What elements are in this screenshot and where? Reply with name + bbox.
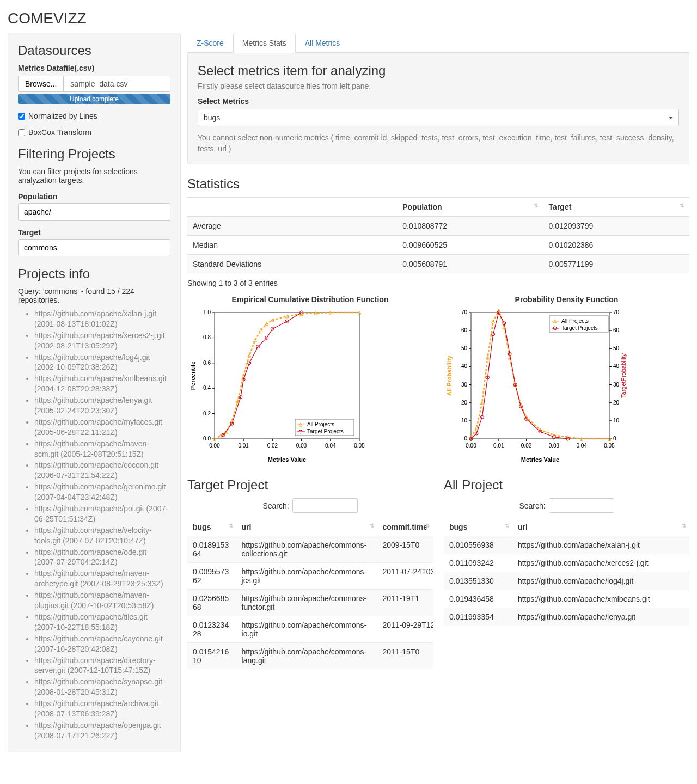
datasources-heading: Datasources [18,43,170,58]
svg-text:50: 50 [613,345,620,351]
app-title: COMEVIZZ [0,0,697,33]
svg-text:10: 10 [613,418,620,424]
tab-all-metrics[interactable]: All Metrics [296,33,350,53]
svg-text:0.03: 0.03 [296,443,307,449]
population-input[interactable] [18,203,170,220]
pdf-chart: 0.000.010.020.030.040.050102030405060700… [444,307,629,465]
svg-text:TargetProbability: TargetProbability [620,353,627,398]
svg-text:0.0: 0.0 [203,436,211,442]
svg-text:0.6: 0.6 [203,360,211,366]
svg-text:0.00: 0.00 [466,443,476,449]
svg-text:1.0: 1.0 [203,309,211,315]
svg-text:0.05: 0.05 [354,443,365,449]
filtering-hint: You can filter projects for selections a… [18,167,170,185]
svg-text:20: 20 [613,400,620,406]
table-row: Average0.0108087720.012093799 [187,217,689,236]
metrics-select[interactable]: bugs [198,109,679,126]
svg-text:Metrics Value: Metrics Value [268,456,306,463]
list-item: https://github.com/apache/cayenne.git (2… [34,634,170,654]
svg-text:Metrics Value: Metrics Value [521,456,559,463]
list-item: https://github.com/apache/xalan-j.git (2… [34,309,170,329]
tab-zscore[interactable]: Z-Score [187,33,233,53]
browse-button[interactable]: Browse... [19,76,64,91]
list-item: https://github.com/apache/cocoon.git (20… [34,460,170,481]
table-header[interactable]: bugs⇅ [444,518,512,536]
table-row: 0.012323428https://github.com/apache/com… [187,616,433,643]
list-item: https://github.com/apache/synapse.git (2… [34,677,170,697]
table-header[interactable]: bugs⇅ [187,518,236,536]
stats-table: Population⇅Target⇅ Average0.0108087720.0… [187,197,689,273]
statistics-heading: Statistics [187,176,689,192]
upload-progress: Upload complete [18,94,170,104]
table-header[interactable]: Population⇅ [397,198,543,217]
table-header[interactable]: Target⇅ [543,198,689,217]
table-header[interactable]: url⇅ [236,518,377,536]
tab-metrics-stats[interactable]: Metrics Stats [233,33,296,53]
datafile-label: Metrics Datafile(.csv) [18,64,170,72]
svg-text:0.4: 0.4 [203,385,211,391]
svg-text:0.02: 0.02 [267,443,278,449]
boxcox-checkbox[interactable] [18,129,25,136]
svg-text:Percentile: Percentile [189,362,196,390]
list-item: https://github.com/apache/geronimo.git (… [34,482,170,503]
list-item: https://github.com/apache/poi.git (2007-… [34,504,170,524]
svg-text:0.02: 0.02 [521,443,532,449]
select-metrics-label: Select Metrics [198,97,679,106]
table-row: 0.025668568https://github.com/apache/com… [187,590,433,616]
list-item: https://github.com/apache/xerces2-j.git … [34,330,170,351]
table-row: Standard Deviations0.0056087910.00577119… [187,255,689,274]
target-input[interactable] [18,239,170,256]
svg-text:0.01: 0.01 [493,443,504,449]
svg-text:0: 0 [613,436,616,442]
all-search-input[interactable] [549,498,614,513]
table-header[interactable] [187,198,397,217]
table-row: 0.011993354https://github.com/apache/len… [444,608,689,626]
filtering-heading: Filtering Projects [18,146,170,162]
list-item: https://github.com/apache/velocity-tools… [34,525,170,546]
table-row: 0.010556938https://github.com/apache/xal… [444,536,689,554]
projects-list: https://github.com/apache/xalan-j.git (2… [18,309,170,741]
table-row: 0.011093242https://github.com/apache/xer… [444,554,689,572]
svg-text:0.8: 0.8 [203,335,211,341]
svg-text:30: 30 [461,382,468,388]
list-item: https://github.com/apache/openjpa.git (2… [34,720,170,741]
svg-text:50: 50 [461,345,468,351]
svg-text:40: 40 [461,364,468,370]
table-row: Median0.0096605250.010202386 [187,236,689,255]
svg-text:0: 0 [464,436,467,442]
all-project-heading: All Project [444,477,689,493]
ecdf-chart: 0.000.010.020.030.040.050.00.20.40.60.81… [187,307,367,465]
svg-text:20: 20 [461,400,468,406]
metrics-select-value: bugs [204,113,220,122]
table-row: 0.018915364https://github.com/apache/com… [187,536,433,563]
svg-text:60: 60 [613,327,620,333]
svg-text:All Projects: All Projects [307,421,334,427]
table-header[interactable]: url⇅ [512,518,689,536]
table-header[interactable]: commit.time⇅ [377,518,433,536]
list-item: https://github.com/apache/ode.git (2007-… [34,547,170,568]
target-search-input[interactable] [292,498,358,513]
list-item: https://github.com/apache/maven-scm.git … [34,439,170,460]
list-item: https://github.com/apache/archiva.git (2… [34,699,170,719]
svg-text:0.2: 0.2 [203,411,211,416]
list-item: https://github.com/apache/lenya.git (200… [34,395,170,416]
target-table: bugs⇅url⇅commit.time⇅ 0.018915364https:/… [187,518,433,669]
main: Z-Score Metrics Stats All Metrics Select… [187,33,689,669]
all-search-label: Search: [519,501,545,510]
target-project-heading: Target Project [187,477,433,493]
panel-title: Select metrics item for analyzing [198,63,679,78]
svg-text:10: 10 [461,418,468,424]
svg-text:0.03: 0.03 [549,443,560,449]
svg-text:0.00: 0.00 [209,443,220,449]
list-item: https://github.com/apache/tiles.git (200… [34,612,170,633]
list-item: https://github.com/apache/myfaces.git (2… [34,417,170,438]
list-item: https://github.com/apache/directory-serv… [34,656,170,676]
normalized-checkbox[interactable] [18,113,25,120]
svg-text:0.01: 0.01 [238,443,249,449]
list-item: https://github.com/apache/xmlbeans.git (… [34,373,170,394]
svg-text:70: 70 [461,309,468,315]
target-label: Target [18,228,170,237]
svg-text:70: 70 [613,309,620,315]
list-item: https://github.com/apache/log4j.git (200… [34,352,170,373]
sidebar: Datasources Metrics Datafile(.csv) Brows… [8,33,181,752]
